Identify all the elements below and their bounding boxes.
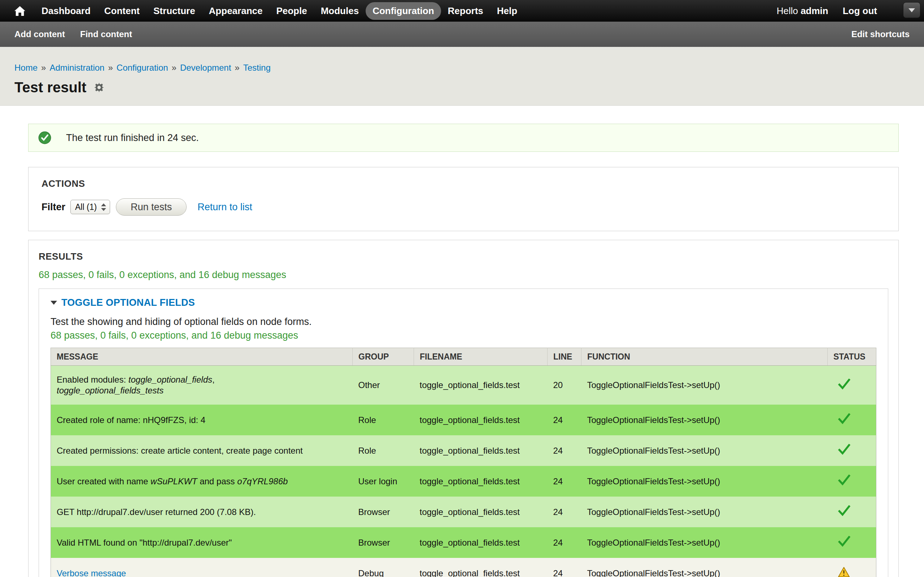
toolbar-item-dashboard[interactable]: Dashboard — [35, 2, 97, 20]
line-cell: 24 — [548, 466, 582, 496]
result-row: Enabled modules: toggle_optional_fields,… — [51, 366, 876, 405]
breadcrumb-link-home[interactable]: Home — [15, 63, 37, 73]
group-cell: Browser — [353, 527, 414, 558]
breadcrumb-separator: » — [108, 63, 113, 73]
toolbar-item-configuration[interactable]: Configuration — [366, 2, 441, 20]
toolbar-item-help[interactable]: Help — [490, 2, 524, 20]
return-to-list-link[interactable]: Return to list — [197, 201, 252, 213]
message-cell: GET http://drupal7.dev/user returned 200… — [51, 496, 353, 527]
message-emphasis: o7qYRL986b — [237, 476, 288, 486]
home-icon — [15, 6, 25, 16]
filename-cell: toggle_optional_fields.test — [414, 366, 548, 405]
toolbar-item-structure[interactable]: Structure — [147, 2, 202, 20]
toolbar-toggle-button[interactable] — [903, 2, 921, 18]
toolbar-item-appearance[interactable]: Appearance — [202, 2, 270, 20]
function-cell: ToggleOptionalFieldsTest->setUp() — [582, 558, 828, 577]
results-table-head: MESSAGEGROUPFILENAMELINEFUNCTIONSTATUS — [51, 348, 876, 366]
message-emphasis: wSuPLKWT — [150, 476, 197, 486]
status-message-text: The test run finished in 24 sec. — [66, 132, 199, 143]
home-button[interactable] — [10, 6, 30, 16]
filename-cell: toggle_optional_fields.test — [414, 496, 548, 527]
message-text: Created role of name: nHQ9fFZS, id: 4 — [57, 415, 205, 425]
main-content: The test run finished in 24 sec. ACTIONS… — [0, 106, 924, 577]
column-header-line: LINE — [548, 348, 582, 366]
message-cell: User created with name wSuPLKWT and pass… — [51, 466, 353, 496]
contextual-gear-icon[interactable] — [94, 82, 104, 92]
shortcut-bar: Add contentFind content Edit shortcuts — [0, 22, 924, 47]
toolbar-user-area: Hello admin Log out — [777, 5, 877, 16]
message-cell: Valid HTML found on "http://drupal7.dev/… — [51, 527, 353, 558]
toolbar-item-modules[interactable]: Modules — [314, 2, 366, 20]
message-cell: Created permissions: create article cont… — [51, 435, 353, 466]
collapse-triangle-icon — [50, 301, 57, 305]
toolbar-item-people[interactable]: People — [269, 2, 313, 20]
filename-cell: toggle_optional_fields.test — [414, 405, 548, 435]
column-header-group: GROUP — [353, 348, 414, 366]
shortcut-links: Add contentFind content — [15, 29, 851, 39]
results-panel: RESULTS 68 passes, 0 fails, 0 exceptions… — [28, 240, 899, 577]
shortcut-find-content[interactable]: Find content — [80, 29, 132, 39]
filter-select[interactable]: All (1) — [70, 200, 110, 214]
column-header-message: MESSAGE — [51, 348, 353, 366]
status-pass-icon — [838, 505, 851, 516]
message-text: User created with name — [57, 476, 150, 486]
filename-cell: toggle_optional_fields.test — [414, 527, 548, 558]
function-cell: ToggleOptionalFieldsTest->setUp() — [582, 405, 828, 435]
admin-toolbar: DashboardContentStructureAppearancePeopl… — [0, 0, 924, 22]
result-row: User created with name wSuPLKWT and pass… — [51, 466, 876, 496]
run-tests-button[interactable]: Run tests — [116, 198, 187, 216]
message-emphasis: toggle_optional_fields — [129, 375, 212, 384]
group-cell: User login — [353, 466, 414, 496]
toolbar-menu: DashboardContentStructureAppearancePeopl… — [35, 2, 524, 20]
username: admin — [801, 5, 828, 16]
message-emphasis: toggle_optional_fields_tests — [57, 385, 163, 395]
breadcrumb-link-configuration[interactable]: Configuration — [116, 63, 168, 73]
status-pass-icon — [838, 379, 851, 390]
breadcrumb-link-development[interactable]: Development — [180, 63, 231, 73]
status-cell — [828, 466, 876, 496]
result-row: GET http://drupal7.dev/user returned 200… — [51, 496, 876, 527]
page-title: Test result — [15, 79, 86, 96]
test-group-legend: TOGGLE OPTIONAL FIELDS — [50, 297, 876, 308]
status-cell — [828, 405, 876, 435]
group-cell: Role — [353, 405, 414, 435]
column-header-function: FUNCTION — [582, 348, 828, 366]
test-group-summary: 68 passes, 0 fails, 0 exceptions, and 16… — [50, 330, 876, 341]
status-pass-icon — [838, 475, 851, 485]
message-text: and pass — [197, 476, 237, 486]
breadcrumb-link-administration[interactable]: Administration — [50, 63, 104, 73]
message-text: Enabled modules: — [57, 375, 129, 384]
line-cell: 24 — [548, 496, 582, 527]
filter-row: Filter All (1) Run tests Return to list — [42, 198, 885, 216]
line-cell: 24 — [548, 435, 582, 466]
result-row: Created role of name: nHQ9fFZS, id: 4Rol… — [51, 405, 876, 435]
edit-shortcuts-link[interactable]: Edit shortcuts — [851, 29, 909, 39]
header-row: MESSAGEGROUPFILENAMELINEFUNCTIONSTATUS — [51, 348, 876, 366]
function-cell: ToggleOptionalFieldsTest->setUp() — [582, 435, 828, 466]
status-pass-icon — [838, 444, 851, 455]
title-row: Test result — [15, 79, 909, 96]
line-cell: 24 — [548, 405, 582, 435]
results-table-body: Enabled modules: toggle_optional_fields,… — [51, 366, 876, 577]
group-cell: Other — [353, 366, 414, 405]
line-cell: 20 — [548, 366, 582, 405]
test-group-title-link[interactable]: TOGGLE OPTIONAL FIELDS — [61, 297, 195, 308]
filename-cell: toggle_optional_fields.test — [414, 435, 548, 466]
shortcut-add-content[interactable]: Add content — [15, 29, 65, 39]
greeting-text: Hello admin — [777, 5, 828, 16]
result-row: Valid HTML found on "http://drupal7.dev/… — [51, 527, 876, 558]
toolbar-item-content[interactable]: Content — [97, 2, 147, 20]
results-legend: RESULTS — [39, 251, 888, 262]
group-cell: Debug — [353, 558, 414, 577]
message-cell: Enabled modules: toggle_optional_fields,… — [51, 366, 353, 405]
verbose-message-link[interactable]: Verbose message — [57, 568, 126, 577]
page-header: Home»Administration»Configuration»Develo… — [0, 47, 924, 106]
logout-link[interactable]: Log out — [843, 5, 877, 16]
message-text: GET http://drupal7.dev/user returned 200… — [57, 507, 256, 517]
breadcrumb-separator: » — [172, 63, 176, 73]
function-cell: ToggleOptionalFieldsTest->setUp() — [582, 527, 828, 558]
breadcrumb-link-testing[interactable]: Testing — [243, 63, 271, 73]
select-stepper-icon — [101, 203, 106, 211]
toolbar-item-reports[interactable]: Reports — [441, 2, 490, 20]
status-cell — [828, 527, 876, 558]
